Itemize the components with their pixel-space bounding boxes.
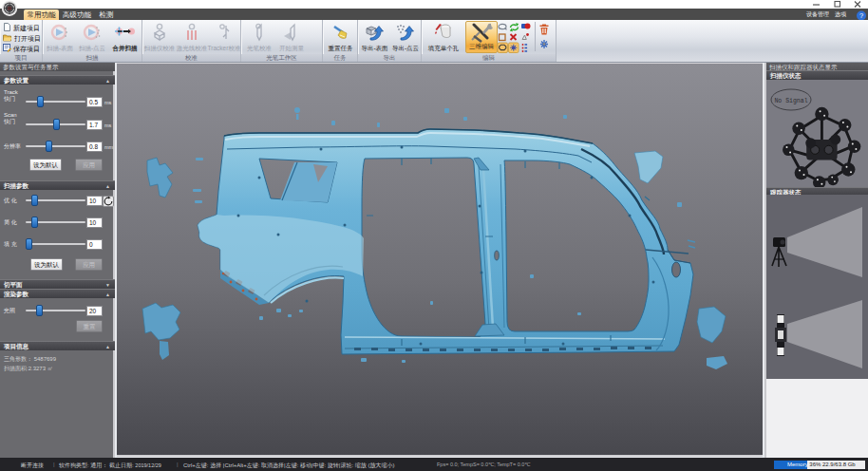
svg-text:?: ? <box>859 11 863 20</box>
svg-text:No Signal: No Signal <box>774 98 807 104</box>
